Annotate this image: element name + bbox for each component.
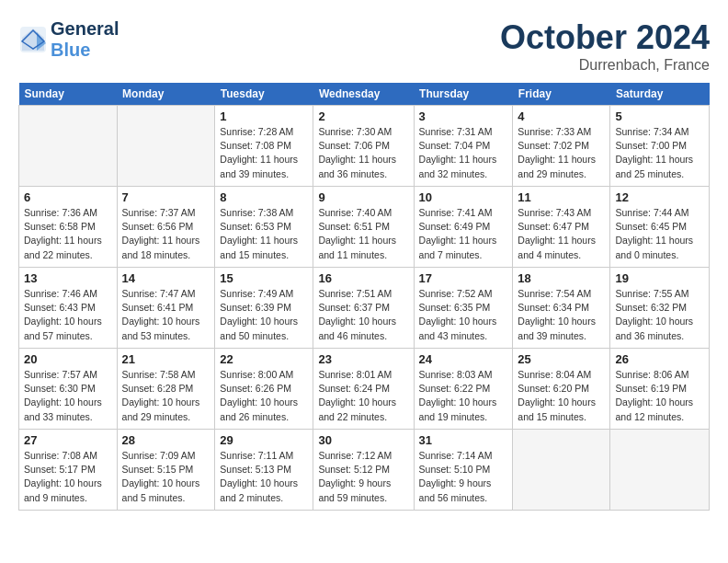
calendar-table: Sunday Monday Tuesday Wednesday Thursday… xyxy=(18,83,710,511)
logo-blue: Blue xyxy=(51,40,90,60)
day-number: 8 xyxy=(220,190,308,204)
day-number: 14 xyxy=(122,271,210,285)
cell-info: Sunrise: 7:33 AMSunset: 7:02 PMDaylight:… xyxy=(518,125,605,181)
cell-info: Sunrise: 7:46 AMSunset: 6:43 PMDaylight:… xyxy=(24,287,112,343)
cell-4-3: 22Sunrise: 8:00 AMSunset: 6:26 PMDayligh… xyxy=(215,349,313,430)
cell-info: Sunrise: 7:57 AMSunset: 6:30 PMDaylight:… xyxy=(24,368,112,424)
week-row-4: 20Sunrise: 7:57 AMSunset: 6:30 PMDayligh… xyxy=(19,349,710,430)
cell-4-7: 26Sunrise: 8:06 AMSunset: 6:19 PMDayligh… xyxy=(610,349,710,430)
month-year-title: October 2024 xyxy=(500,18,710,57)
week-row-5: 27Sunrise: 7:08 AMSunset: 5:17 PMDayligh… xyxy=(19,430,710,511)
cell-info: Sunrise: 8:00 AMSunset: 6:26 PMDaylight:… xyxy=(220,368,308,424)
day-number: 2 xyxy=(318,109,408,123)
day-number: 7 xyxy=(122,190,210,204)
cell-info: Sunrise: 7:38 AMSunset: 6:53 PMDaylight:… xyxy=(220,206,308,262)
day-number: 10 xyxy=(419,190,508,204)
cell-info: Sunrise: 8:04 AMSunset: 6:20 PMDaylight:… xyxy=(518,368,605,424)
cell-info: Sunrise: 7:09 AMSunset: 5:15 PMDaylight:… xyxy=(122,449,210,505)
cell-info: Sunrise: 7:52 AMSunset: 6:35 PMDaylight:… xyxy=(419,287,508,343)
cell-1-7: 5Sunrise: 7:34 AMSunset: 7:00 PMDaylight… xyxy=(610,106,710,187)
cell-4-1: 20Sunrise: 7:57 AMSunset: 6:30 PMDayligh… xyxy=(19,349,118,430)
cell-info: Sunrise: 8:03 AMSunset: 6:22 PMDaylight:… xyxy=(419,368,508,424)
cell-3-7: 19Sunrise: 7:55 AMSunset: 6:32 PMDayligh… xyxy=(610,268,710,349)
day-number: 6 xyxy=(24,190,112,204)
cell-info: Sunrise: 7:08 AMSunset: 5:17 PMDaylight:… xyxy=(24,449,112,505)
cell-3-2: 14Sunrise: 7:47 AMSunset: 6:41 PMDayligh… xyxy=(117,268,215,349)
cell-3-6: 18Sunrise: 7:54 AMSunset: 6:34 PMDayligh… xyxy=(513,268,610,349)
cell-info: Sunrise: 7:28 AMSunset: 7:08 PMDaylight:… xyxy=(220,125,308,181)
week-row-1: 1Sunrise: 7:28 AMSunset: 7:08 PMDaylight… xyxy=(19,106,710,187)
day-number: 24 xyxy=(419,352,508,366)
header-wednesday: Wednesday xyxy=(313,83,414,106)
day-number: 17 xyxy=(419,271,508,285)
cell-2-5: 10Sunrise: 7:41 AMSunset: 6:49 PMDayligh… xyxy=(414,187,513,268)
cell-info: Sunrise: 7:37 AMSunset: 6:56 PMDaylight:… xyxy=(122,206,210,262)
cell-1-6: 4Sunrise: 7:33 AMSunset: 7:02 PMDaylight… xyxy=(513,106,610,187)
cell-3-3: 15Sunrise: 7:49 AMSunset: 6:39 PMDayligh… xyxy=(215,268,313,349)
cell-info: Sunrise: 7:40 AMSunset: 6:51 PMDaylight:… xyxy=(318,206,408,262)
cell-info: Sunrise: 8:06 AMSunset: 6:19 PMDaylight:… xyxy=(615,368,704,424)
cell-1-5: 3Sunrise: 7:31 AMSunset: 7:04 PMDaylight… xyxy=(414,106,513,187)
day-number: 18 xyxy=(518,271,605,285)
day-number: 20 xyxy=(24,352,112,366)
day-number: 9 xyxy=(318,190,408,204)
day-number: 23 xyxy=(318,352,408,366)
logo-text: General Blue xyxy=(51,18,119,61)
logo-general: General xyxy=(51,18,119,39)
cell-1-3: 1Sunrise: 7:28 AMSunset: 7:08 PMDaylight… xyxy=(215,106,313,187)
cell-5-6 xyxy=(513,430,610,511)
cell-info: Sunrise: 7:36 AMSunset: 6:58 PMDaylight:… xyxy=(24,206,112,262)
day-number: 11 xyxy=(518,190,605,204)
day-number: 13 xyxy=(24,271,112,285)
header-friday: Friday xyxy=(513,83,610,106)
cell-info: Sunrise: 7:51 AMSunset: 6:37 PMDaylight:… xyxy=(318,287,408,343)
day-number: 3 xyxy=(419,109,508,123)
cell-info: Sunrise: 7:49 AMSunset: 6:39 PMDaylight:… xyxy=(220,287,308,343)
cell-info: Sunrise: 7:55 AMSunset: 6:32 PMDaylight:… xyxy=(615,287,704,343)
day-number: 21 xyxy=(122,352,210,366)
cell-info: Sunrise: 7:31 AMSunset: 7:04 PMDaylight:… xyxy=(419,125,508,181)
calendar-page: General Blue October 2024 Durrenbach, Fr… xyxy=(0,0,728,529)
cell-info: Sunrise: 7:12 AMSunset: 5:12 PMDaylight:… xyxy=(318,449,408,505)
cell-info: Sunrise: 7:11 AMSunset: 5:13 PMDaylight:… xyxy=(220,449,308,505)
day-number: 29 xyxy=(220,433,308,447)
cell-info: Sunrise: 7:43 AMSunset: 6:47 PMDaylight:… xyxy=(518,206,605,262)
cell-5-7 xyxy=(610,430,710,511)
cell-4-2: 21Sunrise: 7:58 AMSunset: 6:28 PMDayligh… xyxy=(117,349,215,430)
day-number: 16 xyxy=(318,271,408,285)
day-number: 19 xyxy=(615,271,704,285)
cell-1-1 xyxy=(19,106,118,187)
cell-info: Sunrise: 7:54 AMSunset: 6:34 PMDaylight:… xyxy=(518,287,605,343)
day-number: 30 xyxy=(318,433,408,447)
header-monday: Monday xyxy=(117,83,215,106)
title-block: October 2024 Durrenbach, France xyxy=(500,18,710,74)
day-number: 5 xyxy=(615,109,704,123)
header-tuesday: Tuesday xyxy=(215,83,313,106)
cell-5-2: 28Sunrise: 7:09 AMSunset: 5:15 PMDayligh… xyxy=(117,430,215,511)
days-header-row: Sunday Monday Tuesday Wednesday Thursday… xyxy=(19,83,710,106)
header-sunday: Sunday xyxy=(19,83,118,106)
cell-info: Sunrise: 7:14 AMSunset: 5:10 PMDaylight:… xyxy=(419,449,508,505)
cell-4-5: 24Sunrise: 8:03 AMSunset: 6:22 PMDayligh… xyxy=(414,349,513,430)
cell-5-1: 27Sunrise: 7:08 AMSunset: 5:17 PMDayligh… xyxy=(19,430,118,511)
cell-info: Sunrise: 7:41 AMSunset: 6:49 PMDaylight:… xyxy=(419,206,508,262)
cell-info: Sunrise: 7:47 AMSunset: 6:41 PMDaylight:… xyxy=(122,287,210,343)
header-thursday: Thursday xyxy=(414,83,513,106)
day-number: 22 xyxy=(220,352,308,366)
cell-3-5: 17Sunrise: 7:52 AMSunset: 6:35 PMDayligh… xyxy=(414,268,513,349)
week-row-2: 6Sunrise: 7:36 AMSunset: 6:58 PMDaylight… xyxy=(19,187,710,268)
cell-5-5: 31Sunrise: 7:14 AMSunset: 5:10 PMDayligh… xyxy=(414,430,513,511)
cell-1-4: 2Sunrise: 7:30 AMSunset: 7:06 PMDaylight… xyxy=(313,106,414,187)
day-number: 12 xyxy=(615,190,704,204)
day-number: 1 xyxy=(220,109,308,123)
logo: General Blue xyxy=(18,18,119,61)
header: General Blue October 2024 Durrenbach, Fr… xyxy=(18,18,710,74)
cell-info: Sunrise: 7:44 AMSunset: 6:45 PMDaylight:… xyxy=(615,206,704,262)
cell-info: Sunrise: 7:34 AMSunset: 7:00 PMDaylight:… xyxy=(615,125,704,181)
cell-2-6: 11Sunrise: 7:43 AMSunset: 6:47 PMDayligh… xyxy=(513,187,610,268)
cell-info: Sunrise: 7:30 AMSunset: 7:06 PMDaylight:… xyxy=(318,125,408,181)
day-number: 15 xyxy=(220,271,308,285)
cell-4-6: 25Sunrise: 8:04 AMSunset: 6:20 PMDayligh… xyxy=(513,349,610,430)
header-saturday: Saturday xyxy=(610,83,710,106)
day-number: 28 xyxy=(122,433,210,447)
